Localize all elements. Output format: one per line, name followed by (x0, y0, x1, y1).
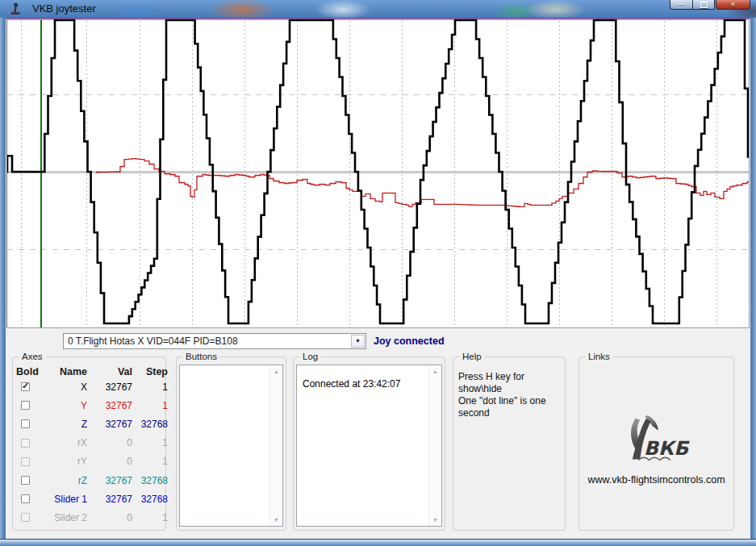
scroll-up-icon[interactable]: ▲ (270, 369, 282, 374)
axis-name: X (45, 381, 87, 393)
check-icon: ✓ (22, 381, 29, 391)
axis-val: 32767 (87, 419, 132, 430)
axis-bold-checkbox[interactable]: ✓ (21, 382, 30, 391)
help-panel: Help Press H key for show\hide One "dot … (453, 356, 566, 531)
minimize-button[interactable]: — (670, 0, 692, 10)
axis-val: 32767 (87, 475, 132, 486)
col-val: Val (87, 366, 132, 377)
axis-step: 1 (132, 512, 168, 523)
log-entry[interactable]: Connected at 23:42:07 (303, 378, 441, 390)
axes-row-slider2: Slider 201 (16, 508, 165, 527)
vkb-website-link[interactable]: www.vkb-flightsimcontrols.com (579, 474, 733, 486)
axes-row-z: Z3276732768 (16, 415, 165, 433)
joystick-app-icon[interactable] (9, 2, 22, 15)
window-title: VKB joytester (32, 2, 96, 15)
window-border-right (750, 18, 756, 546)
axis-val: 32767 (87, 381, 132, 393)
maximize-icon (700, 2, 708, 8)
axis-bold-checkbox[interactable] (21, 419, 30, 428)
scroll-up-icon[interactable]: ▲ (429, 369, 441, 374)
chevron-down-icon[interactable]: ▼ (351, 335, 365, 348)
log-list[interactable]: Connected at 23:42:07 ▲ ▼ (296, 365, 442, 527)
links-panel-title: Links (585, 351, 613, 362)
connection-status: Joy connected (374, 333, 445, 349)
axis-name: rX (45, 437, 87, 448)
axes-row-y: Y327671 (16, 396, 165, 415)
axis-bold-checkbox[interactable] (21, 476, 30, 485)
axis-step: 1 (132, 437, 168, 448)
axis-val: 0 (87, 456, 132, 467)
window-border-bottom (0, 539, 756, 546)
axes-table-rows: ✓X327671Y327671Z3276732768rX01rY01rZ3276… (16, 377, 165, 527)
axis-step: 32768 (132, 494, 168, 505)
axis-bold-checkbox (21, 513, 30, 522)
axis-bold-checkbox[interactable] (21, 401, 30, 410)
axis-name: rZ (45, 475, 87, 486)
scroll-down-icon[interactable]: ▼ (429, 517, 441, 523)
buttons-panel: Buttons ▲ ▼ (176, 356, 286, 531)
axes-table-header: Bold Name Val Step (16, 366, 165, 377)
axis-val: 0 (87, 512, 132, 523)
scroll-down-icon[interactable]: ▼ (270, 517, 282, 523)
close-icon: × (731, 1, 735, 8)
axes-panel-title: Axes (19, 351, 46, 362)
axis-val: 32767 (87, 400, 132, 411)
app-window: VKB joytester — × 0 T.Flight Hotas X VID… (0, 0, 756, 546)
buttons-panel-title: Buttons (182, 351, 220, 362)
close-button[interactable]: × (716, 0, 750, 10)
maximize-button[interactable] (692, 0, 715, 10)
axis-name: Z (45, 419, 87, 430)
axis-bold-checkbox[interactable] (21, 494, 30, 503)
axis-val: 0 (87, 437, 132, 448)
axis-bold-checkbox (21, 457, 30, 466)
axes-row-slider1: Slider 13276732768 (16, 490, 165, 508)
help-line-2: One "dot line" is one second (458, 395, 565, 419)
col-name: Name (45, 366, 87, 377)
buttons-list-scrollbar[interactable]: ▲ ▼ (269, 365, 282, 526)
minimize-icon: — (678, 1, 685, 8)
vkb-logo: ВКБ (618, 414, 695, 467)
chart-series-1 (96, 159, 749, 207)
axes-row-ry: rY01 (16, 452, 165, 471)
axis-step: 1 (132, 456, 168, 467)
col-bold: Bold (16, 366, 45, 377)
col-step: Step (132, 366, 168, 377)
device-select-value: 0 T.Flight Hotas X VID=044F PID=B108 (68, 336, 238, 347)
axis-step: 32768 (132, 475, 168, 486)
axes-row-x: ✓X327671 (16, 377, 165, 396)
buttons-list[interactable]: ▲ ▼ (179, 365, 283, 527)
device-select[interactable]: 0 T.Flight Hotas X VID=044F PID=B108 ▼ (63, 333, 366, 349)
help-panel-title: Help (459, 351, 485, 362)
axis-bold-checkbox (21, 439, 30, 448)
axis-name: Slider 2 (45, 512, 87, 523)
links-panel: Links ВКБ www.vkb-flightsimcontrols.com (578, 356, 734, 531)
vkb-logo-text: ВКБ (643, 437, 689, 460)
titlebar[interactable]: VKB joytester — × (0, 0, 756, 19)
help-line-1: Press H key for show\hide (458, 371, 565, 395)
axes-trace-plot (7, 19, 749, 327)
axes-panel: Axes Bold Name Val Step ✓X327671Y327671Z… (12, 356, 166, 531)
window-controls: — × (670, 0, 750, 10)
axis-step: 32768 (132, 419, 168, 430)
chart-area (6, 19, 750, 328)
axis-name: rY (45, 456, 87, 467)
axis-val: 32767 (87, 494, 132, 505)
axes-row-rz: rZ3276732768 (16, 471, 165, 490)
axis-name: Slider 1 (45, 494, 87, 505)
log-panel-title: Log (299, 351, 321, 362)
axis-name: Y (45, 400, 87, 411)
chart-top-line (7, 19, 749, 20)
log-list-scrollbar[interactable]: ▲ ▼ (428, 365, 441, 526)
window-border-left (0, 18, 6, 546)
axes-row-rx: rX01 (16, 434, 165, 452)
log-panel: Log Connected at 23:42:07 ▲ ▼ (293, 356, 445, 531)
axis-step: 1 (132, 400, 168, 411)
axis-step: 1 (132, 381, 168, 393)
